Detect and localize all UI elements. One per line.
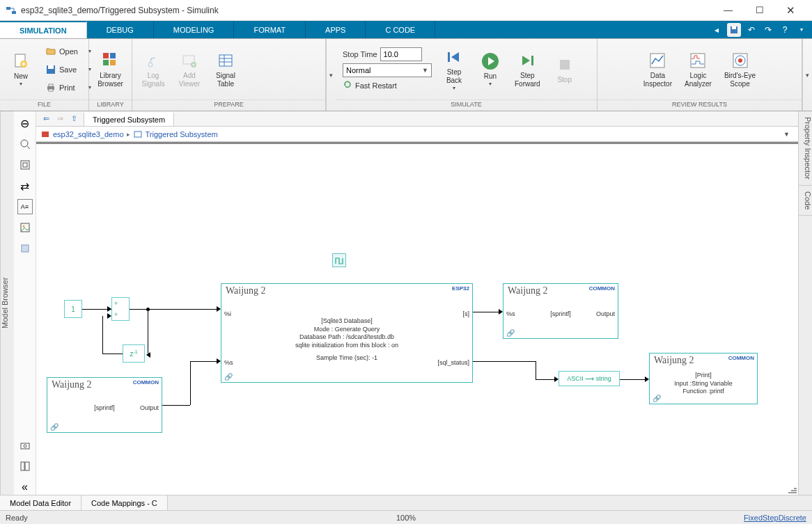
new-button[interactable]: New ▾ xyxy=(4,42,38,97)
library-browser-button[interactable]: Library Browser xyxy=(93,42,127,97)
tab-apps[interactable]: APPS xyxy=(306,21,366,38)
svg-rect-35 xyxy=(560,60,570,70)
annotation-button[interactable]: A≡ xyxy=(17,199,33,214)
svg-point-46 xyxy=(22,225,24,228)
title-bar: esp32_sqlite3_demo/Triggered Subsystem -… xyxy=(0,0,812,21)
sprintf-block-right[interactable]: Waijung 2 COMMON %s [sprintf] Output 🔗 xyxy=(503,283,618,339)
maximize-button[interactable]: ☐ xyxy=(744,1,775,20)
group-label-file: FILE xyxy=(0,100,88,111)
qat-save-button[interactable] xyxy=(727,23,741,37)
fast-restart-button[interactable]: Fast Restart xyxy=(343,79,432,92)
fast-restart-icon xyxy=(343,79,352,92)
sprintf-block-bottom[interactable]: Waijung 2 COMMON [sprintf] Output 🔗 xyxy=(47,377,162,433)
step-back-button[interactable]: Step Back ▾ xyxy=(437,42,471,97)
logic-analyzer-button[interactable]: Logic Analyzer xyxy=(680,42,717,97)
qat-help-button[interactable]: ? xyxy=(779,24,791,36)
stoptime-input[interactable] xyxy=(380,47,422,61)
simulation-mode-select[interactable]: Normal ▼ xyxy=(343,63,432,77)
tab-model-data-editor[interactable]: Model Data Editor xyxy=(0,495,81,510)
wire xyxy=(102,316,103,354)
tab-simulation[interactable]: SIMULATION xyxy=(0,21,87,38)
breadcrumb-dropdown-icon[interactable]: ▼ xyxy=(783,131,790,138)
print-button[interactable]: Print ▾ xyxy=(40,79,96,96)
svg-rect-43 xyxy=(21,161,29,169)
screenshot-button[interactable] xyxy=(17,438,33,453)
simulink-app-icon xyxy=(6,5,17,16)
code-sidebar[interactable]: Code xyxy=(799,186,812,216)
save-button[interactable]: Save ▾ xyxy=(40,61,96,78)
status-solver[interactable]: FixedStepDiscrete xyxy=(540,514,806,522)
model-root-icon[interactable] xyxy=(40,129,50,139)
sum-block[interactable]: + + xyxy=(111,297,130,321)
zoom-button[interactable] xyxy=(17,136,33,152)
svg-rect-29 xyxy=(448,52,450,62)
group-label-prepare: PREPARE xyxy=(132,100,325,111)
tab-modeling[interactable]: MODELING xyxy=(154,21,235,38)
signal-table-button[interactable]: Signal Table xyxy=(209,42,242,97)
svg-rect-16 xyxy=(110,53,116,58)
tab-code-mappings[interactable]: Code Mappings - C xyxy=(81,495,168,510)
qat-undo-button[interactable]: ↶ xyxy=(745,24,758,36)
review-overflow-button[interactable]: ▾ xyxy=(802,39,812,111)
wire xyxy=(536,379,554,380)
window-title: esp32_sqlite3_demo/Triggered Subsystem -… xyxy=(21,6,712,15)
wire xyxy=(130,309,217,310)
toggle-sample-time-button[interactable]: ⇄ xyxy=(17,178,33,193)
breadcrumb-leaf[interactable]: Triggered Subsystem xyxy=(146,130,218,138)
hide-palette-button[interactable]: ⊖ xyxy=(17,116,33,131)
area-button[interactable] xyxy=(17,241,33,256)
svg-rect-52 xyxy=(42,132,49,137)
status-ready: Ready xyxy=(6,514,272,522)
model-browser-sidebar[interactable]: Model Browser xyxy=(0,111,14,495)
constant-block[interactable]: 1 xyxy=(64,300,82,318)
open-button[interactable]: Open ▾ xyxy=(40,43,96,60)
svg-point-40 xyxy=(738,58,742,63)
tab-format[interactable]: FORMAT xyxy=(234,21,306,38)
doc-tab-triggered-subsystem[interactable]: Triggered Subsystem xyxy=(84,112,174,126)
unit-delay-block[interactable]: z-1 xyxy=(123,344,145,363)
svg-rect-15 xyxy=(103,53,109,58)
nav-up-button[interactable]: ⇧ xyxy=(68,113,79,125)
svg-rect-5 xyxy=(732,26,736,29)
svg-rect-48 xyxy=(21,443,29,449)
image-button[interactable] xyxy=(17,220,33,235)
print-block[interactable]: Waijung 2 COMMON [Print] Input :String V… xyxy=(649,353,758,404)
group-label-simulate: SIMULATE xyxy=(336,100,597,111)
svg-rect-11 xyxy=(48,65,54,69)
trigger-port-block[interactable] xyxy=(332,253,346,267)
logic-analyzer-icon xyxy=(688,51,708,70)
arrowhead-icon xyxy=(645,376,649,382)
fit-view-button[interactable] xyxy=(17,157,33,173)
status-zoom[interactable]: 100% xyxy=(272,514,539,522)
add-viewer-button[interactable]: Add Viewer xyxy=(173,42,206,97)
birds-eye-icon xyxy=(731,51,750,70)
sqlite-block[interactable]: Waijung 2 ESP32 %i %s [s] [sql_status] [… xyxy=(221,283,473,383)
arrowhead-icon xyxy=(499,309,503,315)
collapse-palette-button[interactable]: « xyxy=(17,479,33,495)
qat-more-icon[interactable]: ▾ xyxy=(795,24,808,36)
stop-icon xyxy=(555,55,575,74)
breadcrumb-root[interactable]: esp32_sqlite3_demo xyxy=(53,130,124,138)
resize-grip-icon xyxy=(787,486,797,493)
data-inspector-button[interactable]: Data Inspector xyxy=(639,42,677,97)
tab-debug[interactable]: DEBUG xyxy=(87,21,154,38)
step-forward-button[interactable]: Step Forward xyxy=(510,42,545,97)
close-button[interactable]: ✕ xyxy=(775,1,806,20)
qat-expand-icon[interactable]: ◂ xyxy=(710,24,723,36)
model-explorer-button[interactable] xyxy=(17,459,33,474)
nav-forward-button[interactable]: ⇒ xyxy=(54,113,65,125)
qat-redo-button[interactable]: ↷ xyxy=(762,24,774,36)
property-inspector-sidebar[interactable]: Property Inspector xyxy=(799,111,812,186)
minimize-button[interactable]: — xyxy=(712,1,744,20)
tab-ccode[interactable]: C CODE xyxy=(366,21,435,38)
svg-rect-44 xyxy=(23,163,27,167)
birds-eye-button[interactable]: Bird's-Eye Scope xyxy=(719,42,760,97)
stop-button[interactable]: Stop xyxy=(548,42,581,97)
prepare-overflow-button[interactable]: ▾ xyxy=(326,39,336,111)
nav-back-button[interactable]: ⇐ xyxy=(40,113,52,125)
ascii-to-string-block[interactable]: ASCII ⟶ string xyxy=(559,371,620,386)
svg-rect-47 xyxy=(22,245,29,252)
model-canvas[interactable]: 1 + + z-1 Waijung 2 COMMON [sprintf] Out… xyxy=(36,142,798,495)
log-signals-button[interactable]: Log Signals xyxy=(136,42,170,97)
run-button[interactable]: Run ▾ xyxy=(474,42,507,97)
